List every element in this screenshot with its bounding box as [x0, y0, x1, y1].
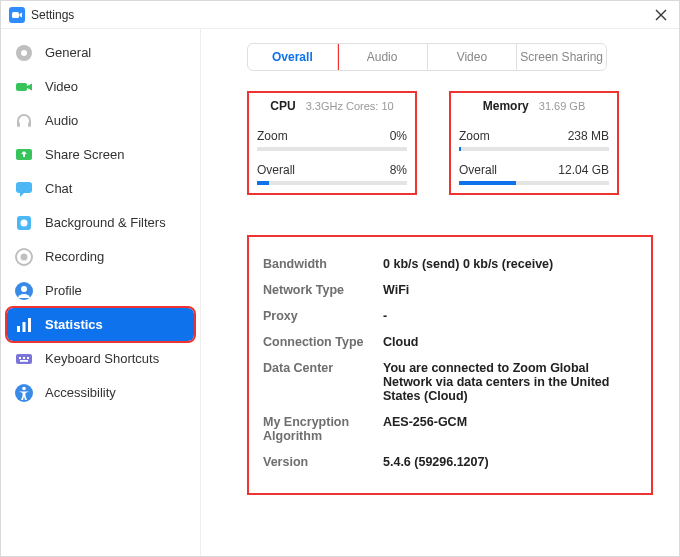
sidebar-item-chat[interactable]: Chat	[7, 172, 194, 205]
sidebar-item-label: Audio	[45, 113, 78, 128]
cpu-zoom-label: Zoom	[257, 129, 288, 143]
close-icon	[655, 9, 667, 21]
profile-icon	[13, 280, 35, 302]
sidebar-item-audio[interactable]: Audio	[7, 104, 194, 137]
svg-point-24	[22, 386, 26, 390]
encryption-label: My Encryption Algorithm	[263, 415, 383, 443]
cpu-zoom-value: 0%	[390, 129, 407, 143]
sidebar-item-recording[interactable]: Recording	[7, 240, 194, 273]
svg-rect-1	[12, 12, 19, 18]
access-icon	[13, 382, 35, 404]
cpu-panel: CPU 3.3GHz Cores: 10 Zoom 0% Overall	[247, 91, 417, 195]
encryption-value: AES-256-GCM	[383, 415, 637, 443]
connection-type-label: Connection Type	[263, 335, 383, 349]
record-icon	[13, 246, 35, 268]
svg-point-10	[21, 219, 28, 226]
sidebar-item-general[interactable]: General	[7, 36, 194, 69]
cpu-subtitle: 3.3GHz Cores: 10	[306, 100, 394, 112]
svg-rect-4	[16, 83, 27, 91]
svg-rect-17	[28, 318, 31, 332]
cpu-zoom-bar	[257, 147, 407, 151]
memory-overall-label: Overall	[459, 163, 497, 177]
cpu-title: CPU	[270, 99, 295, 113]
svg-point-14	[21, 286, 27, 292]
keyboard-icon	[13, 348, 35, 370]
share-icon	[13, 144, 35, 166]
sidebar-item-label: Share Screen	[45, 147, 125, 162]
svg-point-12	[21, 253, 28, 260]
bandwidth-label: Bandwidth	[263, 257, 383, 271]
memory-title: Memory	[483, 99, 529, 113]
sidebar-item-profile[interactable]: Profile	[7, 274, 194, 307]
memory-panel: Memory 31.69 GB Zoom 238 MB Overall	[449, 91, 619, 195]
sidebar-item-label: Accessibility	[45, 385, 116, 400]
sidebar-item-label: Video	[45, 79, 78, 94]
sidebar-item-label: Profile	[45, 283, 82, 298]
cpu-overall-label: Overall	[257, 163, 295, 177]
sidebar-item-label: Chat	[45, 181, 72, 196]
tab-screen[interactable]: Screen Sharing	[516, 44, 606, 70]
proxy-label: Proxy	[263, 309, 383, 323]
memory-zoom-value: 238 MB	[568, 129, 609, 143]
sidebar-item-bgfilters[interactable]: Background & Filters	[7, 206, 194, 239]
memory-overall-bar	[459, 181, 609, 185]
sidebar-item-access[interactable]: Accessibility	[7, 376, 194, 409]
network-type-value: WiFi	[383, 283, 637, 297]
zoom-app-icon	[9, 7, 25, 23]
sidebar-item-label: General	[45, 45, 91, 60]
titlebar: Settings	[1, 1, 679, 29]
svg-rect-5	[17, 122, 20, 127]
memory-subtitle: 31.69 GB	[539, 100, 585, 112]
main-pane: OverallAudioVideoScreen Sharing CPU 3.3G…	[201, 29, 679, 556]
stats-tabs: OverallAudioVideoScreen Sharing	[247, 43, 607, 71]
gear-icon	[13, 42, 35, 64]
sidebar-item-label: Statistics	[45, 317, 103, 332]
cpu-overall-bar	[257, 181, 407, 185]
data-center-label: Data Center	[263, 361, 383, 403]
filters-icon	[13, 212, 35, 234]
sidebar-item-stats[interactable]: Statistics	[7, 308, 194, 341]
camcorder-icon	[13, 76, 35, 98]
version-value: 5.4.6 (59296.1207)	[383, 455, 637, 469]
tab-audio[interactable]: Audio	[337, 44, 427, 70]
svg-rect-16	[23, 322, 26, 332]
connection-type-value: Cloud	[383, 335, 637, 349]
sidebar: GeneralVideoAudioShare ScreenChatBackgro…	[1, 29, 201, 556]
memory-zoom-bar	[459, 147, 609, 151]
svg-rect-6	[28, 122, 31, 127]
proxy-value: -	[383, 309, 637, 323]
cpu-overall-value: 8%	[390, 163, 407, 177]
sidebar-item-label: Background & Filters	[45, 215, 166, 230]
data-center-value: You are connected to Zoom Global Network…	[383, 361, 637, 403]
close-button[interactable]	[651, 5, 671, 25]
svg-point-3	[21, 50, 27, 56]
svg-rect-19	[19, 357, 21, 359]
footer-prompt: Found a problem?	[366, 555, 467, 556]
sidebar-item-label: Recording	[45, 249, 104, 264]
send-report-link[interactable]: Send report	[467, 555, 534, 556]
headset-icon	[13, 110, 35, 132]
sidebar-item-video[interactable]: Video	[7, 70, 194, 103]
connection-details: Bandwidth0 kb/s (send) 0 kb/s (receive) …	[247, 235, 653, 495]
sidebar-item-share[interactable]: Share Screen	[7, 138, 194, 171]
svg-rect-21	[27, 357, 29, 359]
svg-rect-8	[16, 182, 32, 193]
footer: Found a problem? Send report	[247, 555, 653, 556]
version-label: Version	[263, 455, 383, 469]
settings-window: Settings GeneralVideoAudioShare ScreenCh…	[0, 0, 680, 557]
svg-rect-15	[17, 326, 20, 332]
svg-rect-22	[20, 360, 28, 362]
sidebar-item-label: Keyboard Shortcuts	[45, 351, 159, 366]
memory-overall-value: 12.04 GB	[558, 163, 609, 177]
network-type-label: Network Type	[263, 283, 383, 297]
window-title: Settings	[31, 8, 74, 22]
bandwidth-value: 0 kb/s (send) 0 kb/s (receive)	[383, 257, 637, 271]
chat-icon	[13, 178, 35, 200]
tab-video[interactable]: Video	[427, 44, 517, 70]
sidebar-item-shortcuts[interactable]: Keyboard Shortcuts	[7, 342, 194, 375]
tab-overall[interactable]: Overall	[248, 44, 337, 70]
svg-rect-20	[23, 357, 25, 359]
memory-zoom-label: Zoom	[459, 129, 490, 143]
stats-icon	[13, 314, 35, 336]
